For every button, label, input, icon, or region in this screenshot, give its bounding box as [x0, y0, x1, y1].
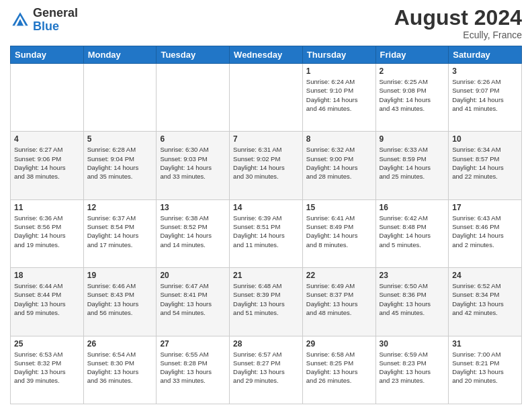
day-number: 2 [380, 66, 445, 76]
day-info: Sunrise: 6:24 AM Sunset: 9:10 PM Dayligh… [306, 77, 372, 113]
day-number: 27 [160, 339, 226, 349]
day-header-wednesday: Wednesday [230, 46, 303, 64]
day-info: Sunrise: 6:39 AM Sunset: 8:51 PM Dayligh… [233, 214, 299, 249]
day-info: Sunrise: 6:36 AM Sunset: 8:56 PM Dayligh… [14, 214, 80, 249]
day-header-friday: Friday [375, 46, 449, 64]
day-header-sunday: Sunday [11, 46, 84, 64]
day-header-tuesday: Tuesday [157, 46, 230, 64]
day-info: Sunrise: 6:33 AM Sunset: 8:59 PM Dayligh… [380, 145, 445, 181]
calendar-cell: 30Sunrise: 6:59 AM Sunset: 8:23 PM Dayli… [375, 336, 449, 404]
calendar-header-row: SundayMondayTuesdayWednesdayThursdayFrid… [11, 46, 522, 64]
day-number: 18 [14, 271, 80, 280]
header: General Blue August 2024 Ecully, France [10, 7, 522, 40]
day-info: Sunrise: 6:34 AM Sunset: 8:57 PM Dayligh… [452, 145, 518, 181]
calendar-cell: 11Sunrise: 6:36 AM Sunset: 8:56 PM Dayli… [11, 199, 84, 267]
day-number: 17 [452, 203, 518, 212]
day-number: 14 [233, 203, 299, 212]
day-info: Sunrise: 6:58 AM Sunset: 8:25 PM Dayligh… [306, 350, 372, 385]
day-info: Sunrise: 6:41 AM Sunset: 8:49 PM Dayligh… [306, 214, 372, 249]
calendar-cell: 13Sunrise: 6:38 AM Sunset: 8:52 PM Dayli… [157, 199, 230, 267]
calendar-cell: 21Sunrise: 6:48 AM Sunset: 8:39 PM Dayli… [230, 268, 303, 336]
calendar-cell: 17Sunrise: 6:43 AM Sunset: 8:46 PM Dayli… [449, 199, 522, 267]
calendar-cell: 9Sunrise: 6:33 AM Sunset: 8:59 PM Daylig… [375, 132, 449, 199]
calendar-cell [157, 64, 230, 132]
logo-icon [10, 10, 30, 30]
day-number: 28 [233, 339, 299, 349]
calendar-week-row: 25Sunrise: 6:53 AM Sunset: 8:32 PM Dayli… [11, 336, 522, 404]
day-number: 20 [160, 271, 226, 280]
day-number: 6 [160, 134, 226, 144]
day-number: 22 [306, 271, 372, 280]
day-info: Sunrise: 6:59 AM Sunset: 8:23 PM Dayligh… [380, 350, 445, 385]
calendar-cell: 31Sunrise: 7:00 AM Sunset: 8:21 PM Dayli… [449, 336, 522, 404]
calendar-cell: 12Sunrise: 6:37 AM Sunset: 8:54 PM Dayli… [83, 199, 157, 267]
location: Ecully, France [394, 30, 522, 40]
calendar-cell [11, 64, 84, 132]
day-info: Sunrise: 6:26 AM Sunset: 9:07 PM Dayligh… [452, 77, 518, 113]
calendar-cell: 29Sunrise: 6:58 AM Sunset: 8:25 PM Dayli… [302, 336, 375, 404]
day-number: 7 [233, 134, 299, 144]
calendar-cell: 22Sunrise: 6:49 AM Sunset: 8:37 PM Dayli… [302, 268, 375, 336]
month-year: August 2024 [394, 7, 522, 28]
day-header-saturday: Saturday [449, 46, 522, 64]
day-number: 9 [380, 134, 445, 144]
calendar-week-row: 11Sunrise: 6:36 AM Sunset: 8:56 PM Dayli… [11, 199, 522, 267]
day-info: Sunrise: 6:42 AM Sunset: 8:48 PM Dayligh… [380, 214, 445, 249]
title-section: August 2024 Ecully, France [394, 7, 522, 40]
day-number: 30 [380, 339, 445, 349]
day-info: Sunrise: 6:52 AM Sunset: 8:34 PM Dayligh… [452, 281, 518, 317]
calendar-cell [83, 64, 157, 132]
calendar-cell: 26Sunrise: 6:54 AM Sunset: 8:30 PM Dayli… [83, 336, 157, 404]
day-number: 25 [14, 339, 80, 349]
logo-blue-text: Blue [33, 19, 59, 33]
day-number: 10 [452, 134, 518, 144]
calendar-cell: 7Sunrise: 6:31 AM Sunset: 9:02 PM Daylig… [230, 132, 303, 199]
calendar-cell: 15Sunrise: 6:41 AM Sunset: 8:49 PM Dayli… [302, 199, 375, 267]
day-info: Sunrise: 6:38 AM Sunset: 8:52 PM Dayligh… [160, 214, 226, 249]
day-info: Sunrise: 7:00 AM Sunset: 8:21 PM Dayligh… [452, 350, 518, 385]
day-number: 31 [452, 339, 518, 349]
day-number: 11 [14, 203, 80, 212]
day-info: Sunrise: 6:46 AM Sunset: 8:43 PM Dayligh… [87, 281, 153, 317]
calendar-cell: 3Sunrise: 6:26 AM Sunset: 9:07 PM Daylig… [449, 64, 522, 132]
logo: General Blue [10, 7, 78, 34]
calendar-cell: 28Sunrise: 6:57 AM Sunset: 8:27 PM Dayli… [230, 336, 303, 404]
calendar-cell: 23Sunrise: 6:50 AM Sunset: 8:36 PM Dayli… [375, 268, 449, 336]
calendar-cell: 24Sunrise: 6:52 AM Sunset: 8:34 PM Dayli… [449, 268, 522, 336]
day-info: Sunrise: 6:57 AM Sunset: 8:27 PM Dayligh… [233, 350, 299, 385]
day-info: Sunrise: 6:47 AM Sunset: 8:41 PM Dayligh… [160, 281, 226, 317]
calendar-cell: 19Sunrise: 6:46 AM Sunset: 8:43 PM Dayli… [83, 268, 157, 336]
day-info: Sunrise: 6:27 AM Sunset: 9:06 PM Dayligh… [14, 145, 80, 181]
calendar-cell: 1Sunrise: 6:24 AM Sunset: 9:10 PM Daylig… [302, 64, 375, 132]
day-info: Sunrise: 6:30 AM Sunset: 9:03 PM Dayligh… [160, 145, 226, 181]
calendar-cell: 20Sunrise: 6:47 AM Sunset: 8:41 PM Dayli… [157, 268, 230, 336]
day-info: Sunrise: 6:50 AM Sunset: 8:36 PM Dayligh… [380, 281, 445, 317]
calendar-cell: 18Sunrise: 6:44 AM Sunset: 8:44 PM Dayli… [11, 268, 84, 336]
day-number: 26 [87, 339, 153, 349]
calendar-cell: 8Sunrise: 6:32 AM Sunset: 9:00 PM Daylig… [302, 132, 375, 199]
day-number: 1 [306, 66, 372, 76]
calendar-cell [230, 64, 303, 132]
day-info: Sunrise: 6:49 AM Sunset: 8:37 PM Dayligh… [306, 281, 372, 317]
calendar-cell: 10Sunrise: 6:34 AM Sunset: 8:57 PM Dayli… [449, 132, 522, 199]
day-header-thursday: Thursday [302, 46, 375, 64]
page: General Blue August 2024 Ecully, France … [0, 0, 532, 411]
calendar-week-row: 18Sunrise: 6:44 AM Sunset: 8:44 PM Dayli… [11, 268, 522, 336]
calendar-week-row: 1Sunrise: 6:24 AM Sunset: 9:10 PM Daylig… [11, 64, 522, 132]
day-number: 23 [380, 271, 445, 280]
calendar-cell: 16Sunrise: 6:42 AM Sunset: 8:48 PM Dayli… [375, 199, 449, 267]
calendar-cell: 25Sunrise: 6:53 AM Sunset: 8:32 PM Dayli… [11, 336, 84, 404]
day-info: Sunrise: 6:25 AM Sunset: 9:08 PM Dayligh… [380, 77, 445, 113]
day-number: 3 [452, 66, 518, 76]
day-number: 21 [233, 271, 299, 280]
day-number: 12 [87, 203, 153, 212]
day-number: 29 [306, 339, 372, 349]
calendar-cell: 5Sunrise: 6:28 AM Sunset: 9:04 PM Daylig… [83, 132, 157, 199]
day-info: Sunrise: 6:48 AM Sunset: 8:39 PM Dayligh… [233, 281, 299, 317]
day-info: Sunrise: 6:54 AM Sunset: 8:30 PM Dayligh… [87, 350, 153, 385]
day-info: Sunrise: 6:55 AM Sunset: 8:28 PM Dayligh… [160, 350, 226, 385]
calendar-cell: 2Sunrise: 6:25 AM Sunset: 9:08 PM Daylig… [375, 64, 449, 132]
day-number: 5 [87, 134, 153, 144]
calendar-cell: 27Sunrise: 6:55 AM Sunset: 8:28 PM Dayli… [157, 336, 230, 404]
calendar-cell: 4Sunrise: 6:27 AM Sunset: 9:06 PM Daylig… [11, 132, 84, 199]
